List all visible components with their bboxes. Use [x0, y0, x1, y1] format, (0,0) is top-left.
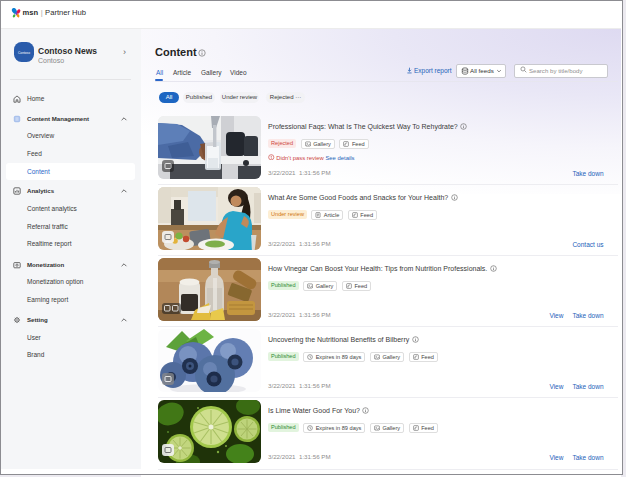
svg-text:Contoso: Contoso: [18, 51, 30, 55]
